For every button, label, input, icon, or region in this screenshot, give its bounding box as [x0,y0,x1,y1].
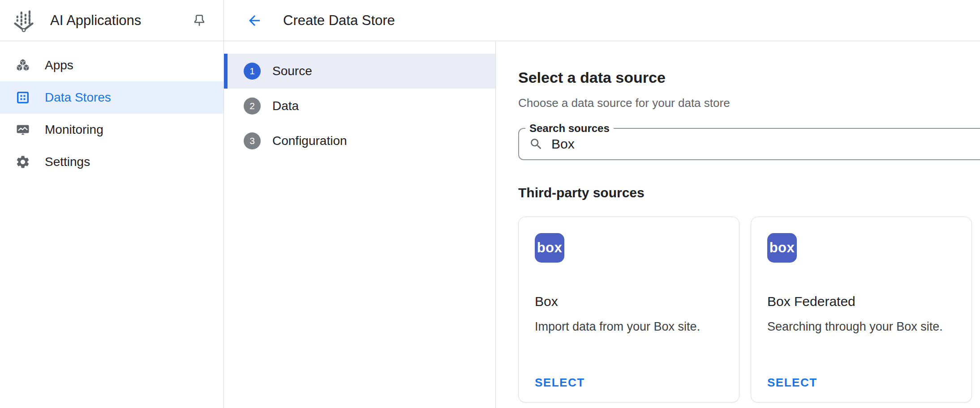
settings-gear-icon [13,154,32,170]
sidebar-item-settings[interactable]: Settings [0,146,224,178]
card-title: Box [535,294,723,309]
step-label: Data [272,99,299,113]
step-source[interactable]: 1 Source [224,54,495,89]
search-icon [529,137,543,151]
sidebar-item-label: Settings [45,155,90,169]
card-title: Box Federated [767,294,955,309]
stepper: 1 Source 2 Data 3 Configuration [224,41,496,408]
source-card-box-federated: box Box Federated Searching through your… [751,217,972,403]
step-label: Source [272,64,312,78]
step-number-badge: 2 [244,98,261,115]
box-logo: box [767,233,797,263]
source-card-box: box Box Import data from your Box site. … [518,217,739,403]
sidebar-item-label: Apps [45,58,73,72]
step-data: 2 Data [224,89,495,123]
app-title: AI Applications [50,13,187,29]
sidebar: AI Applications [0,0,224,408]
search-field-label: Search sources [525,122,614,135]
step-number-badge: 3 [244,132,261,149]
back-arrow-icon [246,13,262,29]
step-configuration: 3 Configuration [224,123,495,158]
select-source-content: Select a data source Choose a data sourc… [496,41,980,408]
monitoring-icon [13,122,32,138]
pin-sidebar-button[interactable] [187,8,212,33]
search-input[interactable] [551,136,980,152]
main-panel: Create Data Store 1 Source 2 Data 3 Conf… [224,0,980,408]
box-logo: box [535,233,564,263]
sidebar-nav: Apps Data Stores [0,41,224,178]
pin-icon [191,13,207,29]
search-sources-field: Search sources [518,128,980,160]
select-button[interactable]: SELECT [535,376,585,390]
page-title: Create Data Store [283,13,395,29]
apps-icon [13,57,32,73]
ai-applications-logo-icon [10,7,38,34]
back-button[interactable] [243,9,266,32]
card-description: Searching through your Box site. [767,320,955,334]
page-heading: Select a data source [518,69,980,86]
source-cards: box Box Import data from your Box site. … [518,217,980,403]
sidebar-header: AI Applications [0,0,224,41]
sidebar-item-data-stores[interactable]: Data Stores [0,81,224,114]
data-stores-icon [13,90,32,105]
sidebar-item-monitoring[interactable]: Monitoring [0,114,224,146]
card-description: Import data from your Box site. [535,320,723,334]
sidebar-item-label: Monitoring [45,123,103,137]
select-button[interactable]: SELECT [767,376,817,390]
ai-applications-console: AI Applications [0,0,980,408]
page-subheading: Choose a data source for your data store [518,96,980,110]
sidebar-item-apps[interactable]: Apps [0,49,224,81]
sidebar-item-label: Data Stores [45,90,111,105]
page-header: Create Data Store [224,0,980,41]
step-label: Configuration [272,134,347,148]
step-number-badge: 1 [244,63,261,80]
section-heading-third-party: Third-party sources [518,185,980,200]
